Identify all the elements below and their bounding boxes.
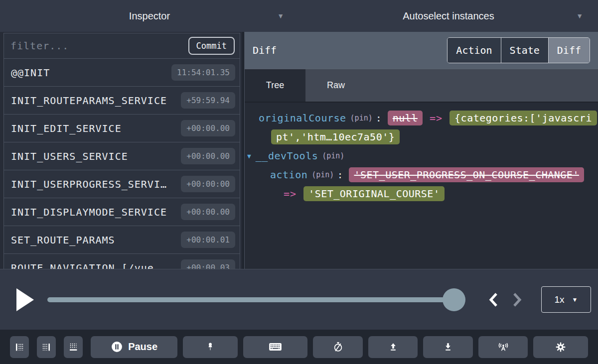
inspector-dropdown-label: Inspector [129,10,170,22]
diff-row-devtools[interactable]: ▼ __devTools (pin) [245,146,598,165]
tab-raw[interactable]: Raw [305,69,366,102]
pin-icon [205,342,216,353]
play-button[interactable] [16,288,34,311]
step-back-button[interactable] [487,292,499,307]
detail-header: Diff Action State Diff [245,32,598,69]
timer-off-icon [332,341,344,353]
dock-right-icon [41,342,51,352]
action-row[interactable]: ROUTE_NAVIGATION_[/vue +00:00.03 [4,254,240,269]
main-area: Commit @@INIT 11:54:01.35 INIT_ROUTEPARA… [0,32,598,269]
diff-key: action [270,169,307,181]
chevron-down-icon: ▼ [572,296,578,303]
broadcast-icon [497,342,510,353]
instances-dropdown[interactable]: Autoselect instances ▼ [299,0,598,32]
import-button[interactable] [368,336,418,358]
keyboard-shortcuts-button[interactable] [243,336,307,358]
redux-devtools-window: Inspector ▼ Autoselect instances ▼ Commi… [0,0,598,364]
tab-tree[interactable]: Tree [245,69,305,102]
action-row[interactable]: @@INIT 11:54:01.35 [4,59,240,87]
action-row[interactable]: INIT_USERPROGRESS_SERVI… +00:00:00 [4,170,240,198]
action-time-badge: +00:00.03 [181,259,235,269]
action-row[interactable]: INIT_EDIT_SERVICE +00:00.00 [4,115,240,142]
pause-button[interactable]: Pause [91,336,177,358]
action-time-badge: +00:00:00 [181,176,235,192]
diff-row-action-wrap: => 'SET_ORIGINAL_COURSE' [245,184,598,203]
action-row[interactable]: INIT_USERS_SERVICE +00:00.00 [4,142,240,170]
settings-button[interactable] [533,336,588,358]
diff-arrow: => [430,112,443,124]
playback-speed-select[interactable]: 1x ▼ [541,286,591,313]
action-time-badge: +00:00.00 [181,204,235,220]
action-time-badge: 11:54:01.35 [171,64,235,81]
inspector-dropdown[interactable]: Inspector ▼ [0,0,299,32]
diff-key: __devTools [256,150,318,162]
commit-button[interactable]: Commit [188,37,235,55]
dock-right-button[interactable] [37,336,56,358]
pin-label[interactable]: (pin) [311,170,334,179]
export-button[interactable] [423,336,473,358]
dock-bottom-icon [68,342,78,352]
pause-icon [111,341,123,353]
diff-tree: originalCourse (pin) : null => {categori… [245,103,598,269]
slider-thumb[interactable] [443,288,465,311]
diff-arrow: => [284,188,297,200]
speed-label: 1x [555,294,565,305]
view-tab-bar: Tree Raw [245,69,598,103]
pin-button[interactable] [183,336,238,358]
bottom-toolbar: Pause [0,330,598,364]
chevron-down-icon: ▼ [576,12,583,20]
added-value: 'SET_ORIGINAL_COURSE' [303,186,445,201]
action-name: ROUTE_NAVIGATION_[/vue [11,262,154,269]
panel-title: Diff [253,44,277,56]
dock-left-button[interactable] [10,336,29,358]
download-icon [443,342,453,353]
tab-diff[interactable]: Diff [549,38,590,63]
pin-label[interactable]: (pin) [350,114,373,122]
action-name: INIT_USERPROGRESS_SERVI… [11,178,167,190]
gear-icon [555,341,567,353]
action-name: INIT_ROUTEPARAMS_SERVICE [11,95,167,107]
top-bar: Inspector ▼ Autoselect instances ▼ [0,0,598,32]
instances-dropdown-label: Autoselect instances [403,10,494,22]
action-name: SET_ROUTE_PARAMS [11,234,115,246]
removed-value: null [388,111,423,125]
action-name: INIT_USERS_SERVICE [11,150,128,162]
player-bar: 1x ▼ [0,269,598,330]
action-row[interactable]: INIT_ROUTEPARAMS_SERVICE +59:59.94 [4,87,240,115]
added-value: pt','htm…10ec7a50'} [271,129,400,144]
dock-bottom-button[interactable] [64,336,83,358]
pin-label[interactable]: (pin) [322,151,344,160]
action-row[interactable]: INIT_DISPLAYMODE_SERVICE +00:00.00 [4,198,240,226]
tab-action[interactable]: Action [448,38,501,63]
action-name: @@INIT [11,67,50,79]
removed-value: 'SET_USER_PROGRESS_ON_COURSE_CHANGE' [349,167,584,182]
chevron-down-icon: ▼ [277,12,284,20]
tab-state[interactable]: State [501,38,549,63]
diff-key: originalCourse [259,112,346,124]
action-time-badge: +00:00.00 [181,120,235,136]
timer-off-button[interactable] [313,336,363,358]
filter-input[interactable] [10,40,188,52]
action-time-badge: +00:00.00 [181,148,235,164]
inspector-detail-panel: Diff Action State Diff Tree Raw original… [244,32,598,269]
remote-button[interactable] [478,336,528,358]
added-value: {categories:['javascri [449,111,597,125]
diff-row-originalCourse[interactable]: originalCourse (pin) : null => {categori… [245,109,598,127]
action-time-badge: +00:00.01 [181,232,235,248]
expander-icon[interactable]: ▼ [247,152,251,160]
step-forward-button[interactable] [511,292,523,307]
action-list-panel: Commit @@INIT 11:54:01.35 INIT_ROUTEPARA… [0,32,242,269]
diff-row-originalCourse-wrap: pt','htm…10ec7a50'} [245,127,598,146]
mode-tab-group: Action State Diff [447,37,590,63]
action-row[interactable]: SET_ROUTE_PARAMS +00:00.01 [4,226,240,254]
action-name: INIT_DISPLAYMODE_SERVICE [11,206,167,218]
pause-label: Pause [128,341,157,353]
diff-row-action[interactable]: action (pin) : 'SET_USER_PROGRESS_ON_COU… [245,165,598,184]
chevron-left-icon [487,292,499,307]
action-name: INIT_EDIT_SERVICE [11,122,122,134]
dock-left-icon [14,342,24,352]
action-time-badge: +59:59.94 [181,92,235,109]
chevron-right-icon [511,292,523,307]
timeline-slider[interactable] [47,297,464,302]
filter-row: Commit [4,33,240,59]
